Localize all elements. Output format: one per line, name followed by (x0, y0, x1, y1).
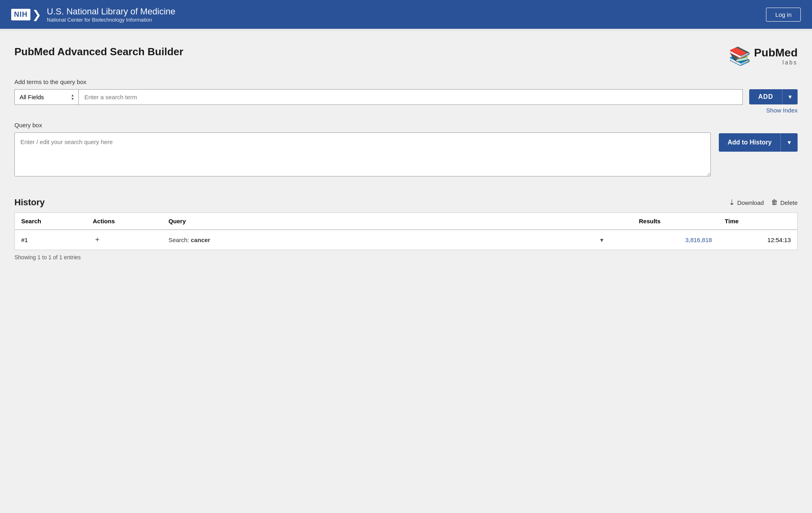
show-index-link[interactable]: Show Index (749, 107, 798, 114)
add-history-dropdown-button[interactable]: ▼ (780, 133, 798, 152)
header-subtitle: National Center for Biotechnology Inform… (47, 17, 176, 23)
pubmed-labs-logo: 📚 PubMed labs (729, 46, 798, 66)
page-header: NIH ❯ U.S. National Library of Medicine … (0, 0, 812, 29)
header-text: U.S. National Library of Medicine Nation… (47, 6, 176, 23)
history-title: History (14, 197, 45, 208)
field-select[interactable]: All Fields Title Abstract Author Journal… (15, 90, 78, 104)
search-section-label: Add terms to the query box (14, 78, 798, 85)
nih-logo: NIH ❯ (11, 8, 41, 21)
table-body: #1 + Search: cancer ▼ 3,816,818 12:54:13 (15, 230, 798, 250)
delete-label: Delete (780, 199, 798, 206)
query-textarea-wrap (14, 132, 711, 178)
th-search: Search (15, 213, 86, 230)
nih-chevron-icon: ❯ (32, 8, 41, 21)
query-section: Query box Add to History ▼ (14, 122, 798, 178)
history-section: History ⇣ Download 🗑 Delete Search Actio… (14, 197, 798, 261)
row-add-button[interactable]: + (93, 235, 102, 245)
pubmed-book-icon: 📚 (729, 46, 751, 66)
add-button-group: ADD ▼ (749, 89, 798, 104)
page-header-row: PubMed Advanced Search Builder 📚 PubMed … (14, 46, 798, 66)
page-title: PubMed Advanced Search Builder (14, 46, 183, 58)
history-table: Search Actions Query Results Time #1 + S… (14, 212, 798, 250)
query-term: cancer (191, 236, 210, 243)
query-prefix: Search: (168, 236, 191, 243)
search-input-area: All Fields Title Abstract Author Journal… (14, 89, 743, 109)
showing-entries-text: Showing 1 to 1 of 1 entries (14, 254, 798, 261)
row-chevron-icon[interactable]: ▼ (599, 237, 605, 243)
cell-query: Search: cancer (162, 230, 592, 250)
history-header: History ⇣ Download 🗑 Delete (14, 197, 798, 208)
header-title: U.S. National Library of Medicine (47, 6, 176, 17)
results-link[interactable]: 3,816,818 (685, 236, 712, 243)
add-dropdown-button[interactable]: ▼ (782, 89, 798, 104)
table-header: Search Actions Query Results Time (15, 213, 798, 230)
th-results: Results (632, 213, 718, 230)
search-term-input[interactable] (78, 89, 743, 105)
table-row: #1 + Search: cancer ▼ 3,816,818 12:54:13 (15, 230, 798, 250)
query-row: Add to History ▼ (14, 132, 798, 178)
cell-results: 3,816,818 (632, 230, 718, 250)
main-content: PubMed Advanced Search Builder 📚 PubMed … (0, 31, 812, 275)
th-chevron (593, 213, 633, 230)
download-label: Download (737, 199, 764, 206)
cell-actions: + (86, 230, 162, 250)
add-to-history-button[interactable]: Add to History (719, 133, 780, 152)
th-query: Query (162, 213, 592, 230)
th-time: Time (718, 213, 798, 230)
pubmed-labs-suffix: labs (754, 59, 798, 66)
add-button-area: ADD ▼ Show Index (749, 89, 798, 114)
add-history-area: Add to History ▼ (719, 132, 798, 152)
download-icon: ⇣ (729, 198, 735, 207)
query-textarea[interactable] (14, 132, 711, 176)
search-builder-section: Add terms to the query box All Fields Ti… (14, 78, 798, 114)
pubmed-labs-name: PubMed (754, 46, 798, 59)
trash-icon: 🗑 (771, 198, 778, 206)
history-actions: ⇣ Download 🗑 Delete (729, 198, 798, 207)
cell-time: 12:54:13 (718, 230, 798, 250)
header-left: NIH ❯ U.S. National Library of Medicine … (11, 6, 176, 23)
add-button[interactable]: ADD (749, 89, 782, 104)
field-select-wrapper[interactable]: All Fields Title Abstract Author Journal… (14, 89, 78, 105)
download-button[interactable]: ⇣ Download (729, 198, 764, 207)
query-box-label: Query box (14, 122, 798, 128)
table-header-row: Search Actions Query Results Time (15, 213, 798, 230)
cell-search-num: #1 (15, 230, 86, 250)
add-to-history-button-group: Add to History ▼ (719, 133, 798, 152)
nih-acronym: NIH (11, 9, 30, 20)
login-button[interactable]: Log in (766, 8, 801, 22)
th-actions: Actions (86, 213, 162, 230)
delete-button[interactable]: 🗑 Delete (771, 198, 798, 206)
search-row: All Fields Title Abstract Author Journal… (14, 89, 743, 105)
cell-chevron: ▼ (593, 230, 633, 250)
